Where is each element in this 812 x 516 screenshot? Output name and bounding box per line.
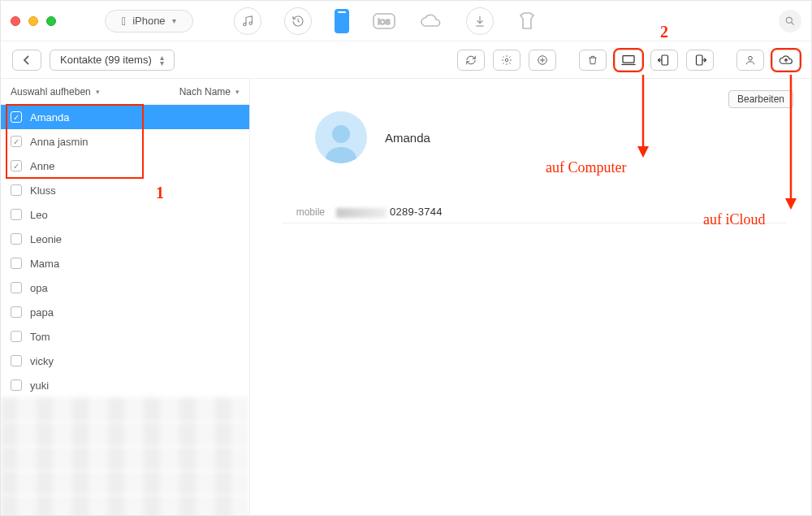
search-button[interactable]: [779, 10, 801, 33]
breadcrumb-label: Kontakte (99 items): [60, 54, 152, 66]
svg-point-5: [505, 59, 508, 62]
refresh-button[interactable]: [457, 50, 485, 71]
sort-updown-icon: ▴▾: [160, 54, 164, 66]
contact-row[interactable]: vicky: [1, 349, 249, 373]
annotation-box-1: [6, 104, 144, 179]
phone-device-icon[interactable]: [335, 9, 349, 33]
redacted-row: [1, 470, 249, 495]
device-selector[interactable]:  iPhone ▾: [105, 10, 193, 33]
contact-row[interactable]: Tom: [1, 324, 249, 349]
contact-name: Amanda: [385, 131, 430, 145]
download-icon[interactable]: [466, 7, 494, 35]
music-icon[interactable]: [234, 7, 261, 35]
svg-point-0: [243, 23, 245, 25]
edit-button[interactable]: Bearbeiten: [728, 90, 793, 108]
contact-name-label: yuki: [30, 379, 49, 392]
to-other-device-button[interactable]: [686, 50, 714, 71]
sort-label: Nach Name: [179, 86, 231, 98]
redacted-row: [1, 397, 249, 422]
device-label: iPhone: [132, 15, 165, 27]
contact-row[interactable]: papa: [1, 300, 249, 324]
contact-row[interactable]: opa: [1, 275, 249, 300]
contact-name-label: vicky: [30, 355, 54, 367]
contact-name-label: Mama: [30, 258, 59, 270]
svg-point-10: [749, 56, 753, 60]
redacted-row: [1, 495, 249, 516]
svg-rect-7: [623, 55, 634, 63]
contact-row[interactable]: yuki: [1, 373, 249, 397]
history-icon[interactable]: [284, 7, 312, 35]
checkbox[interactable]: [11, 282, 22, 293]
svg-point-4: [786, 17, 792, 23]
contact-row[interactable]: Leonie: [1, 227, 249, 251]
redacted-segment: [336, 208, 387, 218]
contact-row[interactable]: Leo: [1, 202, 249, 227]
window-zoom-dot[interactable]: [46, 16, 56, 26]
category-selector[interactable]: Kontakte (99 items) ▴▾: [50, 50, 175, 71]
add-button[interactable]: [529, 50, 556, 71]
checkbox[interactable]: [11, 331, 22, 342]
checkbox[interactable]: [11, 379, 22, 391]
apple-icon: : [122, 15, 126, 28]
svg-text:iOS: iOS: [378, 18, 390, 26]
phone-label: mobile: [283, 206, 325, 218]
sort-by-button[interactable]: Nach Name ▾: [179, 86, 240, 98]
svg-rect-9: [697, 55, 703, 65]
contact-row[interactable]: Mama: [1, 251, 249, 275]
redacted-row: [1, 446, 249, 470]
checkbox[interactable]: [11, 306, 22, 318]
settings-button[interactable]: [493, 50, 520, 71]
checkbox[interactable]: [11, 258, 22, 269]
tshirt-icon[interactable]: [516, 11, 538, 31]
delete-button[interactable]: [579, 50, 607, 71]
cloud-icon[interactable]: [419, 12, 443, 30]
checkbox[interactable]: [11, 355, 22, 366]
chevron-down-icon: ▾: [172, 16, 176, 25]
window-close-dot[interactable]: [11, 16, 20, 26]
checkbox[interactable]: [11, 233, 22, 245]
contact-name-label: Leo: [30, 209, 48, 221]
to-icloud-button[interactable]: [772, 50, 800, 71]
contact-name-label: Tom: [30, 331, 50, 343]
chevron-down-icon: ▾: [235, 88, 240, 96]
window-minimize-dot[interactable]: [28, 16, 38, 26]
svg-point-11: [332, 125, 350, 143]
to-computer-button[interactable]: [615, 50, 642, 71]
contact-name-label: papa: [30, 306, 54, 319]
to-device-button[interactable]: [650, 50, 678, 71]
chevron-down-icon: ▾: [96, 88, 100, 96]
ios-icon[interactable]: iOS: [372, 11, 396, 31]
deselect-label: Auswahl aufheben: [11, 86, 91, 98]
merge-contacts-button[interactable]: [736, 50, 764, 71]
back-button[interactable]: [12, 50, 41, 71]
svg-point-1: [249, 22, 252, 24]
checkbox[interactable]: [11, 184, 22, 196]
contact-name-label: Leonie: [30, 233, 62, 245]
svg-rect-8: [662, 55, 668, 65]
deselect-all-button[interactable]: Auswahl aufheben ▾: [11, 86, 100, 98]
redacted-row: [1, 422, 249, 446]
phone-value: 0289-3744: [336, 206, 443, 218]
contact-name-label: Kluss: [30, 184, 56, 197]
checkbox[interactable]: [11, 209, 22, 220]
avatar: [315, 111, 367, 163]
phone-field: mobile 0289-3744: [283, 206, 787, 223]
contact-row[interactable]: Kluss: [1, 178, 249, 202]
contact-name-label: opa: [30, 282, 48, 294]
